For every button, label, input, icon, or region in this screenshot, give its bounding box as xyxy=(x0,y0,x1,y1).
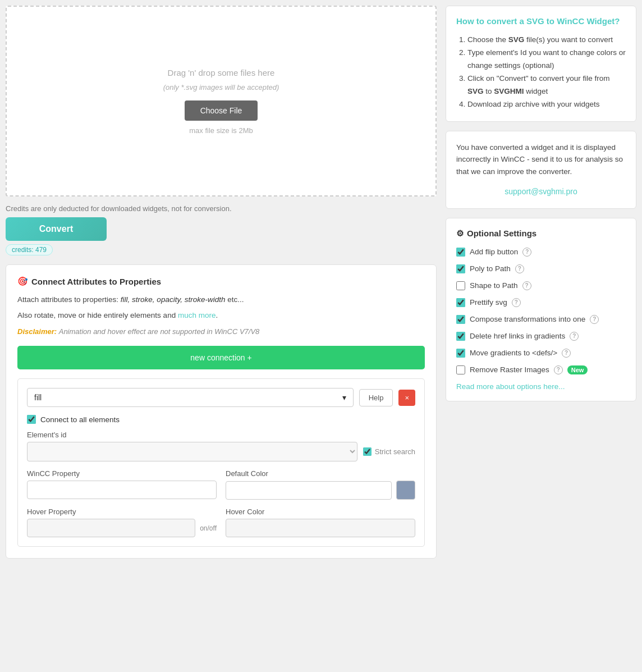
wincc-property-input[interactable]: BasicColor xyxy=(27,481,217,499)
how-to-card: How to convert a SVG to WinCC Widget? Ch… xyxy=(446,6,636,122)
hover-color-col: Hover Color #FEFEFE xyxy=(226,508,415,537)
disclaimer: Disclaimer: Animation and hover effect a… xyxy=(17,326,425,337)
much-more-link[interactable]: much more xyxy=(178,311,216,319)
hover-property-input[interactable]: HoverColor xyxy=(27,519,195,537)
prettify-svg-checkbox[interactable] xyxy=(456,298,465,307)
prettify-svg-help-icon[interactable]: ? xyxy=(512,298,521,307)
option-add-flip-button: Add flip button ? xyxy=(456,248,626,257)
poly-to-path-label: Poly to Path xyxy=(470,264,511,273)
move-gradients-checkbox[interactable] xyxy=(456,349,465,358)
connect-desc-2: Also rotate, move or hide entirely eleme… xyxy=(17,310,425,321)
default-color-label: Default Color xyxy=(226,469,415,478)
connect-all-row: Connect to all elements xyxy=(27,415,415,424)
remove-raster-label: Remove Raster Images xyxy=(470,365,549,374)
default-color-input[interactable]: #8698B3 xyxy=(226,481,392,500)
cursor-icon: 🎯 xyxy=(17,276,28,286)
feedback-text: You have converted a widget and it is di… xyxy=(456,143,623,176)
option-remove-raster: Remove Raster Images ? New xyxy=(456,365,626,374)
compose-transformations-label: Compose transformations into one xyxy=(470,315,585,323)
new-badge: New xyxy=(567,365,588,374)
option-compose-transformations: Compose transformations into one ? xyxy=(456,315,626,324)
delete-href-checkbox[interactable] xyxy=(456,332,465,341)
hover-property-label: Hover Property xyxy=(27,508,217,516)
settings-icon: ⚙ xyxy=(456,228,464,239)
add-flip-button-label: Add flip button xyxy=(470,248,518,256)
how-to-step-2: Type element's Id you want to change col… xyxy=(467,47,626,72)
hover-color-label: Hover Color xyxy=(226,508,415,516)
element-id-label: Element's id xyxy=(27,431,415,439)
connection-card: fill ▾ Help × Connect to all elements El… xyxy=(17,378,425,547)
support-email[interactable]: support@svghmi.pro xyxy=(456,185,626,198)
feedback-card: You have converted a widget and it is di… xyxy=(446,131,636,209)
wincc-property-col: WinCC Property BasicColor xyxy=(27,469,217,500)
delete-href-label: Delete href links in gradients xyxy=(470,332,565,340)
shape-to-path-label: Shape to Path xyxy=(470,281,518,290)
default-color-preview[interactable] xyxy=(396,481,415,500)
max-size-text: max file size is 2Mb xyxy=(189,126,253,135)
compose-transformations-help-icon[interactable]: ? xyxy=(590,315,599,324)
delete-href-help-icon[interactable]: ? xyxy=(570,332,579,341)
fill-select[interactable]: fill ▾ xyxy=(27,388,354,407)
new-connection-button[interactable]: new connection + xyxy=(17,346,425,369)
strict-search-label: Strict search xyxy=(375,447,415,456)
read-more-link[interactable]: Read more about options here... xyxy=(456,382,626,391)
remove-raster-checkbox[interactable] xyxy=(456,365,465,374)
how-to-step-1: Choose the SVG file(s) you want to conve… xyxy=(467,34,626,47)
hover-color-input[interactable]: #FEFEFE xyxy=(226,519,415,537)
move-gradients-label: Move gradients to <defs/> xyxy=(470,349,557,357)
option-prettify-svg: Prettify svg ? xyxy=(456,298,626,307)
convert-button[interactable]: Convert xyxy=(6,217,107,241)
close-button[interactable]: × xyxy=(398,390,415,406)
remove-raster-help-icon[interactable]: ? xyxy=(554,365,563,374)
shape-to-path-checkbox[interactable] xyxy=(456,281,465,290)
element-id-select[interactable] xyxy=(27,442,357,461)
option-move-gradients: Move gradients to <defs/> ? xyxy=(456,349,626,358)
hover-row: Hover Property HoverColor on/off Hover C… xyxy=(27,508,415,537)
optional-settings-card: ⚙ Optional Settings Add flip button ? Po… xyxy=(446,218,636,401)
connect-section-title: 🎯 Connect Attributes to Properties xyxy=(17,276,425,286)
connect-desc-1: Attach attributes to properties: fill, s… xyxy=(17,294,425,305)
drag-drop-text: Drag 'n' drop some files here xyxy=(168,68,275,77)
default-color-col: Default Color #8698B3 xyxy=(226,469,415,500)
add-flip-button-help-icon[interactable]: ? xyxy=(522,248,531,257)
help-button[interactable]: Help xyxy=(359,389,393,406)
how-to-title: How to convert a SVG to WinCC Widget? xyxy=(456,16,626,26)
hover-property-col: Hover Property HoverColor on/off xyxy=(27,508,217,537)
move-gradients-help-icon[interactable]: ? xyxy=(562,349,571,358)
credits-badge: credits: 479 xyxy=(6,244,53,255)
strict-search-checkbox[interactable] xyxy=(363,447,372,456)
option-poly-to-path: Poly to Path ? xyxy=(456,264,626,273)
how-to-list: Choose the SVG file(s) you want to conve… xyxy=(456,34,626,111)
convert-section: Credits are only deducted for downloaded… xyxy=(6,204,437,255)
add-flip-button-checkbox[interactable] xyxy=(456,248,465,257)
connect-attributes-section: 🎯 Connect Attributes to Properties Attac… xyxy=(6,264,437,559)
compose-transformations-checkbox[interactable] xyxy=(456,315,465,324)
option-delete-href: Delete href links in gradients ? xyxy=(456,332,626,341)
shape-to-path-help-icon[interactable]: ? xyxy=(522,281,531,290)
choose-file-button[interactable]: Choose File xyxy=(185,100,258,121)
poly-to-path-checkbox[interactable] xyxy=(456,264,465,273)
how-to-step-4: Download zip archive with your widgets xyxy=(467,98,626,111)
connection-top-row: fill ▾ Help × xyxy=(27,388,415,407)
chevron-down-icon: ▾ xyxy=(342,393,346,402)
prettify-svg-label: Prettify svg xyxy=(470,298,507,307)
connect-all-checkbox[interactable] xyxy=(27,415,36,424)
poly-to-path-help-icon[interactable]: ? xyxy=(515,264,524,273)
option-shape-to-path: Shape to Path ? xyxy=(456,281,626,290)
dropzone[interactable]: Drag 'n' drop some files here (only *.sv… xyxy=(6,6,437,196)
optional-settings-title: ⚙ Optional Settings xyxy=(456,228,626,239)
wincc-default-row: WinCC Property BasicColor Default Color … xyxy=(27,469,415,500)
wincc-property-label: WinCC Property xyxy=(27,469,217,478)
on-off-label: on/off xyxy=(200,524,217,532)
element-id-row: Element's id Strict search xyxy=(27,431,415,461)
accept-text: (only *.svg images will be accepted) xyxy=(163,83,279,92)
credits-note: Credits are only deducted for downloaded… xyxy=(6,204,437,213)
connect-all-label: Connect to all elements xyxy=(40,415,120,424)
how-to-step-3: Click on "Convert" to convert your file … xyxy=(467,72,626,98)
